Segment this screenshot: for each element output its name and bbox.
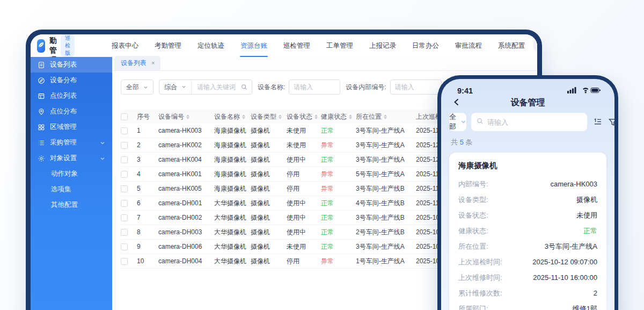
column-header[interactable]: 所在位置: [356, 112, 416, 121]
sidebar-item[interactable]: 点位列表: [31, 88, 112, 104]
column-header-label: 设备名称: [214, 112, 240, 121]
cell-device-type: 摄像机: [251, 228, 287, 237]
cell-index: 2: [137, 141, 158, 149]
column-header[interactable]: 设备状态: [287, 112, 321, 121]
card-field-value: 2025-11-10 16:00:00: [533, 273, 597, 282]
device-name-input[interactable]: [289, 80, 340, 95]
top-nav-item[interactable]: 资源台账: [232, 34, 275, 57]
sort-icon[interactable]: [593, 118, 602, 126]
table-cell: [121, 258, 137, 265]
row-checkbox[interactable]: [121, 214, 128, 221]
card-field-label: 健康状态:: [458, 226, 488, 236]
top-nav-item[interactable]: 工单管理: [318, 34, 361, 57]
phone-search-input[interactable]: [487, 118, 582, 126]
cell-device-name: 海康摄像机: [214, 184, 251, 193]
cell-device-code: camera-HK001: [158, 170, 214, 178]
status-icons: [567, 86, 601, 96]
scope-select-value: 全部: [126, 83, 139, 92]
sidebar-item-label: 采购管理: [50, 138, 77, 147]
column-header[interactable]: 设备名称: [214, 112, 251, 121]
card-field-label: 设备类型:: [458, 195, 488, 205]
cell-device-type: 摄像机: [251, 213, 287, 222]
column-header[interactable]: 设备类型: [251, 112, 287, 121]
top-nav-item[interactable]: 上报记录: [361, 34, 404, 57]
sidebar-item[interactable]: 采购管理: [31, 135, 112, 150]
cell-device-code: camera-DH001: [158, 199, 214, 207]
sidebar-subitem[interactable]: 选项集: [31, 182, 112, 197]
top-nav-item[interactable]: 巡检管理: [275, 34, 318, 57]
top-nav-item[interactable]: 日常办公: [404, 34, 447, 57]
select-all-checkbox[interactable]: [121, 113, 128, 120]
cell-device-type: 摄像机: [251, 242, 287, 251]
sort-icon[interactable]: [279, 114, 282, 119]
notification-bell-button[interactable]: [533, 39, 537, 53]
cell-location: 3号车间-生产线A: [356, 155, 416, 164]
sort-icon[interactable]: [314, 114, 318, 119]
row-checkbox[interactable]: [121, 127, 128, 134]
scope-select[interactable]: 全部: [121, 80, 153, 95]
sort-icon[interactable]: [242, 114, 245, 119]
cell-device-code: camera-DH006: [158, 243, 214, 250]
phone-search-box[interactable]: [471, 113, 587, 131]
sidebar-item-label: 点位分布: [50, 107, 77, 116]
sort-icon[interactable]: [384, 114, 387, 119]
sidebar-item[interactable]: 设备分布: [31, 73, 112, 88]
row-checkbox[interactable]: [121, 258, 128, 265]
cell-device-code: camera-HK004: [158, 156, 214, 163]
tab-device-list[interactable]: 设备列表 ×: [114, 56, 160, 70]
app-logo: [37, 39, 45, 53]
table-cell: [121, 200, 137, 207]
sidebar-item[interactable]: 区域管理: [31, 119, 112, 135]
sidebar-subitem[interactable]: 动作对象: [31, 166, 112, 182]
device-card[interactable]: 海康摄像机 内部编号:camera-HK003设备类型:摄像机设备状态:未使用健…: [449, 153, 606, 310]
sidebar-item[interactable]: 对象设置: [31, 150, 112, 166]
cell-index: 9: [137, 243, 158, 250]
row-checkbox[interactable]: [121, 171, 128, 178]
back-button[interactable]: [453, 98, 460, 108]
phone-toolbar: [592, 118, 614, 126]
card-field-label: 内部编号:: [458, 179, 488, 189]
column-header[interactable]: 健康状态: [321, 112, 356, 121]
device-code-label: 设备内部编号:: [346, 83, 386, 92]
cell-device-type: 摄像机: [251, 141, 287, 150]
top-nav-item[interactable]: 系统配置: [490, 34, 533, 57]
sort-icon[interactable]: [186, 114, 189, 119]
column-header-label: 设备类型: [251, 112, 276, 121]
cell-health-status: 正常: [321, 228, 356, 237]
keyword-input[interactable]: [192, 80, 241, 94]
top-nav-item[interactable]: 定位轨迹: [189, 34, 232, 57]
row-checkbox[interactable]: [121, 243, 128, 250]
sidebar-item[interactable]: 点位分布: [31, 104, 112, 119]
sidebar-subitem[interactable]: 其他配置: [31, 197, 112, 213]
sidebar-item[interactable]: 设备列表: [31, 57, 112, 73]
mode-select[interactable]: 综合: [159, 80, 192, 94]
header-actions: [533, 39, 537, 53]
phone-category-select[interactable]: 全部: [449, 113, 466, 131]
cell-device-status: 使用中: [287, 199, 321, 208]
table-cell: [121, 142, 137, 149]
result-count: 共 5 条: [441, 131, 614, 148]
cell-device-status: 未使用: [287, 126, 321, 135]
row-checkbox[interactable]: [121, 200, 128, 207]
row-checkbox[interactable]: [121, 229, 128, 236]
top-nav-item[interactable]: 考勤管理: [147, 34, 189, 57]
tab-close-icon[interactable]: ×: [151, 60, 155, 66]
sort-icon[interactable]: [349, 114, 352, 119]
cell-health-status: 正常: [321, 242, 356, 251]
cell-device-code: camera-HK002: [158, 141, 214, 149]
top-nav-item[interactable]: 报表中心: [104, 34, 147, 57]
device-card-title: 海康摄像机: [458, 161, 597, 171]
top-nav-item[interactable]: 审批流程: [447, 34, 490, 57]
device-code-input[interactable]: [390, 80, 442, 95]
cell-index: 10: [137, 257, 158, 265]
row-checkbox[interactable]: [121, 142, 128, 149]
row-checkbox[interactable]: [121, 185, 128, 192]
row-checkbox[interactable]: [121, 156, 128, 163]
cell-device-name: 海康摄像机: [214, 155, 251, 164]
cell-device-type: 摄像机: [251, 199, 287, 208]
column-header[interactable]: 设备编号: [158, 112, 214, 121]
cell-health-status: 正常: [321, 213, 356, 222]
table-icon: [38, 92, 45, 100]
funnel-icon[interactable]: [609, 118, 614, 126]
search-icon[interactable]: [241, 84, 252, 90]
